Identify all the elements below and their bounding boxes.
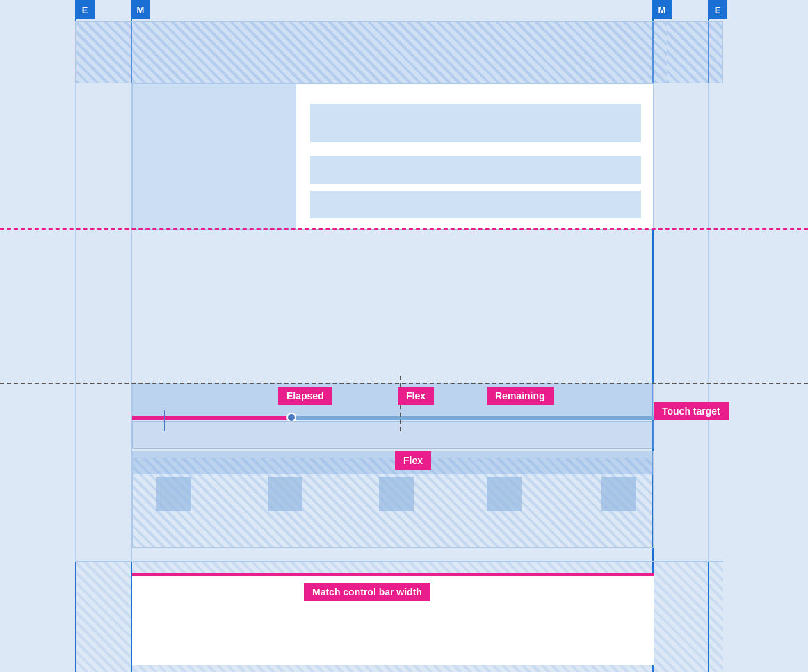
ctrl-icon-2[interactable]	[268, 477, 302, 511]
remaining-label: Remaining	[487, 387, 554, 405]
text-row-1	[310, 104, 641, 142]
ctrl-icon-4[interactable]	[487, 477, 522, 511]
header-hatched-right	[667, 22, 722, 83]
thumb-vertical-line	[164, 410, 165, 431]
ctrl-icon-5[interactable]	[601, 477, 636, 511]
ctrl-icon-1[interactable]	[156, 477, 191, 511]
control-bar[interactable]	[132, 383, 654, 417]
badge-e-right: E	[708, 0, 727, 19]
flex-label-top: Flex	[398, 387, 434, 405]
ctrl-icon-3[interactable]	[379, 477, 414, 511]
dark-guideline-horizontal	[0, 383, 808, 384]
footer-pink-border	[132, 573, 654, 576]
left-side-column	[75, 83, 132, 562]
pink-guideline-horizontal	[0, 228, 808, 230]
text-row-2	[310, 156, 641, 184]
match-control-bar-label: Match control bar width	[304, 583, 430, 601]
white-section-top	[132, 83, 654, 230]
badge-m-right: M	[652, 0, 672, 19]
badge-m-left: M	[131, 0, 150, 19]
progress-fill	[132, 416, 289, 420]
flex-label-bottom: Flex	[395, 451, 431, 470]
touch-target-label: Touch target	[654, 402, 729, 420]
image-placeholder	[133, 84, 296, 230]
elapsed-label: Elapsed	[278, 387, 332, 405]
touch-target-area	[132, 421, 654, 449]
text-row-3	[310, 191, 641, 218]
header-area	[75, 21, 723, 83]
progress-track	[132, 416, 654, 420]
right-side-column	[654, 83, 711, 562]
badge-e-left: E	[75, 0, 95, 19]
header-hatched-left	[76, 22, 133, 83]
header-hatched-center	[133, 22, 667, 83]
